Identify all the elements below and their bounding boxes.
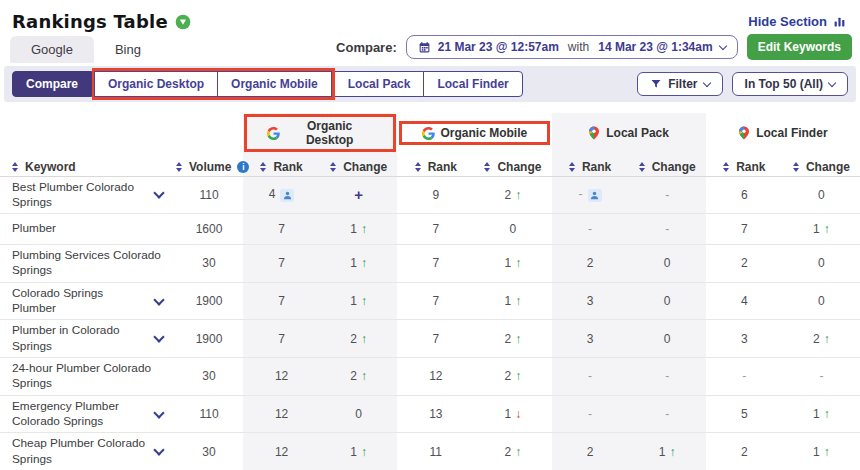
change-cell: 0 bbox=[783, 176, 860, 214]
up-arrow-icon: ↑ bbox=[361, 222, 367, 236]
column-header-change-local-pack[interactable]: Change bbox=[629, 153, 706, 176]
volume-cell: 110 bbox=[175, 395, 243, 433]
up-arrow-icon: ↑ bbox=[515, 445, 521, 459]
hide-section-link[interactable]: Hide Section bbox=[748, 14, 846, 29]
rank-cell: 7 bbox=[243, 282, 320, 320]
rank-cell: 3 bbox=[552, 282, 629, 320]
up-arrow-icon: ↑ bbox=[361, 332, 367, 346]
local-pack-view-button[interactable]: Local Pack bbox=[334, 71, 425, 97]
plus-icon: + bbox=[354, 186, 363, 203]
tab-google[interactable]: Google bbox=[10, 36, 94, 63]
keyword-label: Plumber in Colorado Springs bbox=[12, 323, 149, 354]
edit-keywords-button[interactable]: Edit Keywords bbox=[747, 34, 852, 60]
column-header-change-organic-desktop[interactable]: Change bbox=[320, 153, 397, 176]
column-header-change-organic-mobile[interactable]: Change bbox=[474, 153, 551, 176]
group-header-local-pack: Local Pack bbox=[552, 113, 706, 153]
compare-date-to: 14 Mar 23 @ 1:34am bbox=[598, 40, 712, 54]
filter-dropdown[interactable]: Filter bbox=[637, 72, 722, 96]
change-cell: 1↑ bbox=[320, 214, 397, 245]
change-cell: 0 bbox=[320, 395, 397, 433]
rank-cell: 7 bbox=[397, 320, 474, 358]
change-cell: 1↑ bbox=[629, 433, 706, 470]
change-cell: 1↑ bbox=[320, 433, 397, 470]
chevron-down-icon bbox=[828, 78, 836, 86]
change-cell: - bbox=[629, 176, 706, 214]
keyword-cell: Best Plumber Colorado Springs bbox=[0, 176, 175, 214]
up-arrow-icon: ↑ bbox=[670, 445, 676, 459]
date-range-picker[interactable]: 21 Mar 23 @ 12:57am with 14 Mar 23 @ 1:3… bbox=[406, 35, 738, 59]
rank-cell: 7 bbox=[706, 214, 783, 245]
rankings-table-panel: Rankings Table Hide Section Google Bing … bbox=[0, 0, 860, 470]
search-engine-tabs: Google Bing bbox=[10, 36, 162, 63]
table-row: Cheap Plumber Colorado Springs30121↑112↑… bbox=[0, 433, 860, 470]
change-cell: 0 bbox=[629, 282, 706, 320]
rank-cell: - bbox=[552, 358, 629, 396]
rank-cell: 7 bbox=[243, 320, 320, 358]
local-finder-view-button[interactable]: Local Finder bbox=[423, 71, 522, 97]
rank-cell: 7 bbox=[397, 282, 474, 320]
up-arrow-icon: ↑ bbox=[515, 256, 521, 270]
rank-cell: - bbox=[552, 214, 629, 245]
up-arrow-icon: ↑ bbox=[824, 407, 830, 421]
organic-desktop-view-button[interactable]: Organic Desktop bbox=[94, 71, 218, 97]
sort-icon bbox=[330, 162, 336, 172]
column-header-volume[interactable]: Volumei bbox=[175, 153, 243, 176]
table-row: Best Plumber Colorado Springs1104+92↑--6… bbox=[0, 176, 860, 214]
table-tools: Filter In Top 50 (All) bbox=[637, 72, 848, 96]
column-header-rank-organic-desktop[interactable]: Rank bbox=[243, 153, 320, 176]
change-cell: 2↑ bbox=[474, 176, 551, 214]
rankings-table: Organic DesktopOrganic MobileLocal PackL… bbox=[0, 113, 860, 470]
change-cell: 2↑ bbox=[474, 320, 551, 358]
keyword-cell: Colorado Springs Plumber bbox=[0, 282, 175, 320]
column-header-rank-organic-mobile[interactable]: Rank bbox=[397, 153, 474, 176]
expand-chevron-icon[interactable] bbox=[153, 188, 164, 199]
change-cell: 2↑ bbox=[474, 358, 551, 396]
group-header-empty bbox=[0, 113, 243, 153]
organic-mobile-view-button[interactable]: Organic Mobile bbox=[217, 71, 332, 97]
rank-cell: 4 bbox=[243, 176, 320, 214]
compare-view-button[interactable]: Compare bbox=[12, 71, 92, 97]
change-cell: - bbox=[629, 358, 706, 396]
sort-icon bbox=[415, 162, 421, 172]
change-cell: 1↑ bbox=[783, 433, 860, 470]
volume-cell: 30 bbox=[175, 358, 243, 396]
column-header-rank-local-finder[interactable]: Rank bbox=[706, 153, 783, 176]
top-rank-filter-dropdown[interactable]: In Top 50 (All) bbox=[732, 72, 848, 96]
change-cell: 1↑ bbox=[783, 214, 860, 245]
column-header-rank-local-pack[interactable]: Rank bbox=[552, 153, 629, 176]
change-cell: 0 bbox=[783, 245, 860, 283]
table-row: Plumber160071↑70--71↑ bbox=[0, 214, 860, 245]
column-header-keyword[interactable]: Keyword bbox=[0, 153, 175, 176]
sort-icon bbox=[723, 162, 729, 172]
change-cell: - bbox=[629, 395, 706, 433]
rank-cell: 7 bbox=[397, 245, 474, 283]
change-cell: 0 bbox=[629, 245, 706, 283]
info-icon[interactable]: i bbox=[237, 161, 249, 173]
rank-cell: 3 bbox=[552, 320, 629, 358]
up-arrow-icon: ↑ bbox=[361, 256, 367, 270]
expand-chevron-icon[interactable] bbox=[153, 294, 164, 305]
column-header-change-local-finder[interactable]: Change bbox=[783, 153, 860, 176]
person-indicator-icon bbox=[588, 189, 602, 202]
rank-cell: 6 bbox=[706, 176, 783, 214]
keyword-label: Colorado Springs Plumber bbox=[12, 286, 149, 317]
compare-bar: Compare: 21 Mar 23 @ 12:57am with 14 Mar… bbox=[336, 34, 852, 63]
compare-date-from: 21 Mar 23 @ 12:57am bbox=[438, 40, 559, 54]
rank-tracker-pin-icon bbox=[175, 14, 191, 30]
sort-icon bbox=[793, 162, 799, 172]
change-cell: 1↓ bbox=[474, 395, 551, 433]
volume-cell: 1600 bbox=[175, 214, 243, 245]
expand-chevron-icon[interactable] bbox=[153, 407, 164, 418]
tabs-and-compare-row: Google Bing Compare: 21 Mar 23 @ 12:57am… bbox=[0, 34, 860, 63]
group-header-local-finder: Local Finder bbox=[706, 113, 860, 153]
up-arrow-icon: ↑ bbox=[361, 294, 367, 308]
chevron-down-icon bbox=[718, 41, 726, 49]
keyword-label: Plumber bbox=[12, 221, 56, 236]
expand-chevron-icon[interactable] bbox=[153, 445, 164, 456]
expand-chevron-icon[interactable] bbox=[153, 332, 164, 343]
rank-cell: 12 bbox=[397, 358, 474, 396]
chevron-down-icon bbox=[702, 78, 710, 86]
keyword-cell: Plumber bbox=[0, 214, 175, 245]
bar-chart-icon bbox=[833, 15, 846, 28]
tab-bing[interactable]: Bing bbox=[94, 36, 162, 63]
